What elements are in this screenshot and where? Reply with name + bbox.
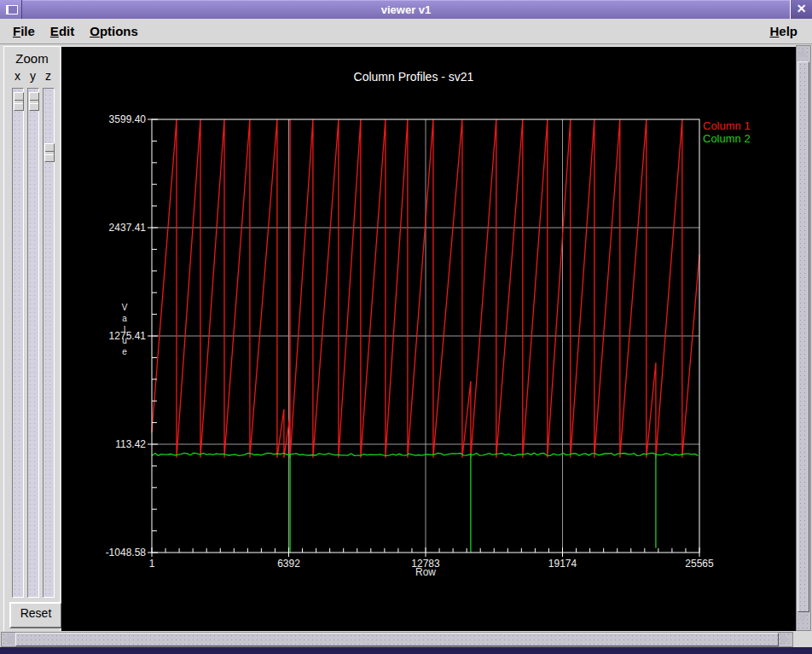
legend-column1: Column 1: [703, 119, 751, 132]
window-menu-icon: [6, 5, 18, 14]
chart-title: Column Profiles - sv21: [354, 70, 474, 84]
slider-handle-z[interactable]: [44, 143, 55, 162]
slider-label-y: y: [30, 69, 36, 83]
horizontal-scrollbar[interactable]: [1, 632, 793, 647]
y-axis-label-char: a: [122, 314, 127, 323]
plot-canvas: 3599.402437.411275.41113.42-1048.5816392…: [61, 47, 796, 631]
y-axis-label-char: u: [122, 336, 127, 345]
slider-label-z: z: [45, 69, 51, 83]
slider-label-x: x: [14, 69, 20, 83]
menu-options[interactable]: Options: [82, 21, 146, 41]
menu-edit[interactable]: Edit: [43, 21, 82, 41]
title-bar[interactable]: viewer v1 ✕: [0, 0, 812, 19]
slider-track-z[interactable]: [43, 88, 55, 598]
y-tick-label: 1275.41: [109, 330, 147, 342]
scroll-left-icon[interactable]: [2, 633, 15, 646]
zoom-panel-title: Zoom: [4, 51, 60, 66]
close-button[interactable]: ✕: [790, 0, 812, 19]
menu-help[interactable]: Help: [762, 21, 805, 41]
x-tick-label: 6392: [277, 558, 300, 570]
y-axis-label-char: V: [122, 303, 128, 312]
menu-right-group: Help: [762, 21, 805, 41]
viewer-window: { "window": { "title": "viewer v1", "clo…: [0, 0, 812, 654]
x-axis-label: Row: [415, 566, 436, 578]
menu-file[interactable]: File: [5, 21, 43, 41]
menu-left-group: FileEditOptions: [5, 21, 146, 41]
scroll-down-icon[interactable]: [797, 612, 810, 626]
window-title: viewer v1: [22, 0, 790, 19]
vertical-scrollbar-thumb[interactable]: [798, 61, 809, 612]
x-tick-label: 19174: [548, 558, 577, 570]
window-menu-button[interactable]: [0, 0, 22, 19]
legend-column2: Column 2: [703, 132, 751, 145]
scroll-up-icon[interactable]: [797, 46, 810, 60]
y-tick-label: 2437.41: [109, 222, 147, 234]
slider-track-y[interactable]: [27, 88, 39, 598]
x-tick-label: 25565: [685, 558, 714, 570]
zoom-panel: Zoom xyz Reset: [3, 46, 61, 631]
y-tick-label: 3599.40: [109, 113, 147, 125]
scroll-right-icon[interactable]: [779, 633, 792, 646]
scrollbar-corner: [793, 632, 812, 647]
column2-series: [152, 453, 698, 553]
vertical-scrollbar[interactable]: [796, 45, 811, 631]
y-tick-label: -1048.58: [106, 547, 147, 559]
reset-button[interactable]: Reset: [9, 602, 62, 628]
y-tick-label: 113.42: [115, 438, 146, 450]
slider-handle-x[interactable]: [14, 92, 24, 111]
slider-handle-y[interactable]: [29, 92, 39, 111]
y-axis-label-char: l: [124, 325, 125, 334]
close-icon: ✕: [797, 2, 807, 15]
slider-track-x[interactable]: [12, 88, 24, 598]
plot-svg: 3599.402437.411275.41113.42-1048.5816392…: [61, 47, 796, 631]
window-bottom-edge: [0, 647, 812, 654]
menu-bar: FileEditOptions Help: [0, 19, 812, 44]
x-tick-label: 1: [149, 558, 155, 570]
y-axis-label-char: e: [122, 347, 127, 356]
horizontal-scrollbar-thumb[interactable]: [15, 633, 779, 646]
